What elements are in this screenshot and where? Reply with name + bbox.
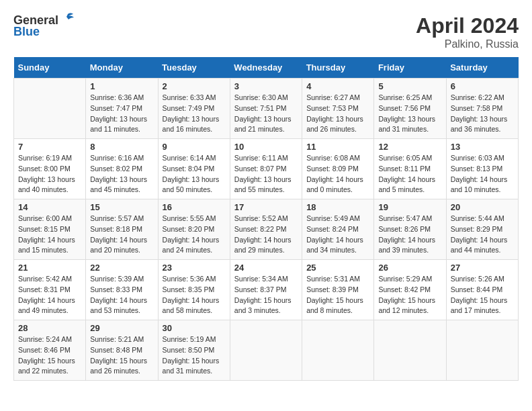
day-number: 1: [90, 81, 153, 91]
day-info-line: Sunrise: 6:16 AM: [90, 153, 153, 164]
calendar-week-row: 14Sunrise: 6:00 AMSunset: 8:15 PMDayligh…: [14, 199, 519, 260]
header-wednesday: Wednesday: [230, 57, 302, 79]
day-info-line: Sunrise: 6:33 AM: [163, 93, 226, 103]
day-info-line: Daylight: 14 hours: [18, 235, 81, 246]
day-info-line: Sunrise: 5:44 AM: [451, 214, 514, 224]
calendar-cell: 24Sunrise: 5:34 AMSunset: 8:37 PMDayligh…: [230, 260, 302, 320]
day-info-line: and 26 minutes.: [306, 124, 369, 135]
day-number: 3: [234, 81, 298, 91]
day-info-line: Sunset: 7:49 PM: [163, 103, 226, 114]
day-info-line: Sunset: 8:13 PM: [451, 164, 514, 175]
calendar-cell: [446, 320, 518, 381]
day-info-line: Sunrise: 5:34 AM: [234, 274, 298, 285]
day-info-line: Daylight: 14 hours: [378, 175, 441, 185]
day-info-line: Daylight: 13 hours: [451, 114, 514, 125]
day-info-line: Sunrise: 5:52 AM: [234, 214, 298, 224]
calendar-cell: [230, 320, 302, 381]
day-info-line: Daylight: 14 hours: [306, 175, 369, 185]
day-info-line: and 22 minutes.: [18, 366, 81, 377]
day-info-line: Daylight: 15 hours: [378, 295, 441, 306]
day-info-line: Sunrise: 5:36 AM: [163, 274, 226, 285]
day-info-line: Sunset: 8:46 PM: [18, 345, 81, 356]
day-info-line: Sunrise: 6:30 AM: [234, 93, 298, 103]
calendar-cell: 13Sunrise: 6:03 AMSunset: 8:13 PMDayligh…: [446, 139, 518, 199]
calendar-cell: 29Sunrise: 5:21 AMSunset: 8:48 PMDayligh…: [86, 320, 158, 381]
day-number: 16: [163, 202, 226, 212]
calendar-week-row: 7Sunrise: 6:19 AMSunset: 8:00 PMDaylight…: [14, 139, 519, 199]
calendar-header-row: Sunday Monday Tuesday Wednesday Thursday…: [14, 57, 519, 79]
calendar-cell: 23Sunrise: 5:36 AMSunset: 8:35 PMDayligh…: [158, 260, 230, 320]
day-info-line: Daylight: 15 hours: [18, 356, 81, 367]
calendar-cell: 21Sunrise: 5:42 AMSunset: 8:31 PMDayligh…: [14, 260, 86, 320]
calendar-cell: 5Sunrise: 6:25 AMSunset: 7:56 PMDaylight…: [374, 79, 446, 139]
day-info-line: Sunrise: 6:25 AM: [378, 93, 441, 103]
day-info-line: Daylight: 15 hours: [90, 356, 153, 367]
day-info-line: Sunset: 8:31 PM: [18, 285, 81, 295]
day-number: 8: [90, 142, 153, 152]
day-info-line: and 3 minutes.: [234, 306, 298, 316]
header-sunday: Sunday: [14, 57, 86, 79]
day-info-line: Sunset: 8:48 PM: [90, 345, 153, 356]
calendar-cell: 12Sunrise: 6:05 AMSunset: 8:11 PMDayligh…: [374, 139, 446, 199]
day-info-line: Sunset: 8:02 PM: [90, 164, 153, 175]
day-info-line: Sunset: 8:11 PM: [378, 164, 441, 175]
day-info-line: and 44 minutes.: [451, 245, 514, 256]
day-info-line: Daylight: 13 hours: [306, 114, 369, 125]
day-number: 18: [306, 202, 369, 212]
day-info-line: Sunset: 8:20 PM: [163, 224, 226, 235]
day-info-line: and 49 minutes.: [18, 306, 81, 316]
day-info-line: Sunrise: 6:14 AM: [163, 153, 226, 164]
day-number: 21: [18, 263, 81, 273]
day-info-line: and 40 minutes.: [18, 185, 81, 195]
day-info-line: Sunrise: 6:00 AM: [18, 214, 81, 224]
day-info-line: Sunset: 8:44 PM: [451, 285, 514, 295]
day-info-line: and 31 minutes.: [378, 124, 441, 135]
day-info-line: Sunrise: 5:29 AM: [378, 274, 441, 285]
day-info-line: Sunset: 8:42 PM: [378, 285, 441, 295]
day-info-line: Sunset: 8:35 PM: [163, 285, 226, 295]
day-info-line: Daylight: 14 hours: [306, 235, 369, 246]
location-subtitle: Palkino, Russia: [416, 38, 519, 50]
day-number: 7: [18, 142, 81, 152]
day-info-line: Sunset: 7:53 PM: [306, 103, 369, 114]
day-info-line: Daylight: 14 hours: [451, 235, 514, 246]
day-info-line: Sunrise: 6:27 AM: [306, 93, 369, 103]
day-number: 2: [163, 81, 226, 91]
header-thursday: Thursday: [302, 57, 374, 79]
calendar-cell: 3Sunrise: 6:30 AMSunset: 7:51 PMDaylight…: [230, 79, 302, 139]
day-info-line: and 53 minutes.: [90, 306, 153, 316]
day-info-line: Sunset: 8:24 PM: [306, 224, 369, 235]
calendar-cell: 15Sunrise: 5:57 AMSunset: 8:18 PMDayligh…: [86, 199, 158, 260]
day-info-line: Sunset: 8:18 PM: [90, 224, 153, 235]
day-number: 29: [90, 323, 153, 333]
day-info-line: Sunset: 7:51 PM: [234, 103, 298, 114]
day-number: 28: [18, 323, 81, 333]
calendar-week-row: 1Sunrise: 6:36 AMSunset: 7:47 PMDaylight…: [14, 79, 519, 139]
day-info-line: and 17 minutes.: [451, 306, 514, 316]
calendar-cell: [374, 320, 446, 381]
day-info-line: and 21 minutes.: [234, 124, 298, 135]
day-info-line: and 16 minutes.: [163, 124, 226, 135]
day-number: 23: [163, 263, 226, 273]
day-number: 30: [163, 323, 226, 333]
day-number: 19: [378, 202, 441, 212]
day-number: 11: [306, 142, 369, 152]
calendar-cell: 6Sunrise: 6:22 AMSunset: 7:58 PMDaylight…: [446, 79, 518, 139]
day-info-line: Daylight: 14 hours: [18, 295, 81, 306]
day-number: 22: [90, 263, 153, 273]
day-info-line: Daylight: 13 hours: [163, 175, 226, 185]
day-info-line: Daylight: 14 hours: [234, 235, 298, 246]
header-friday: Friday: [374, 57, 446, 79]
day-info-line: Sunrise: 5:42 AM: [18, 274, 81, 285]
day-info-line: and 55 minutes.: [234, 185, 298, 195]
page-header: General Blue April 2024 Palkino, Russia: [13, 13, 519, 50]
calendar-cell: 4Sunrise: 6:27 AMSunset: 7:53 PMDaylight…: [302, 79, 374, 139]
day-number: 17: [234, 202, 298, 212]
day-info-line: Daylight: 14 hours: [163, 295, 226, 306]
day-info-line: and 20 minutes.: [90, 245, 153, 256]
day-number: 9: [163, 142, 226, 152]
calendar-cell: 14Sunrise: 6:00 AMSunset: 8:15 PMDayligh…: [14, 199, 86, 260]
day-info-line: Daylight: 15 hours: [234, 295, 298, 306]
day-info-line: Sunrise: 6:05 AM: [378, 153, 441, 164]
day-number: 27: [451, 263, 514, 273]
